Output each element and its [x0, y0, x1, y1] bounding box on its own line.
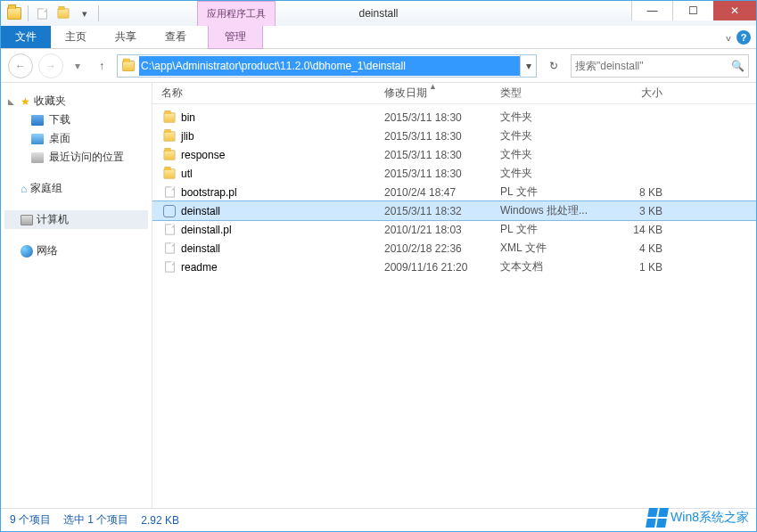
quick-access-toolbar: ▾ [1, 2, 104, 25]
file-row[interactable]: jlib2015/3/11 18:30文件夹 [152, 127, 756, 145]
homegroup-icon: ⌂ [21, 183, 27, 195]
qat-folder-open-icon[interactable] [53, 4, 73, 23]
file-type: 文件夹 [500, 166, 607, 181]
status-selection: 选中 1 个项目 [63, 512, 128, 528]
file-date: 2015/3/11 18:30 [384, 111, 500, 124]
file-icon [165, 262, 174, 273]
column-headers[interactable]: ▲ 名称 修改日期 类型 大小 [152, 83, 756, 104]
file-type: PL 文件 [500, 222, 607, 237]
history-dropdown-icon[interactable]: ▾ [69, 53, 86, 78]
search-input[interactable] [575, 60, 731, 72]
file-name: jlib [177, 130, 384, 143]
title-bar: ▾ 应用程序工具 deinstall — ☐ ✕ [1, 1, 756, 26]
search-icon[interactable]: 🔍 [731, 60, 745, 72]
file-row[interactable]: utl2015/3/11 18:30文件夹 [152, 164, 756, 183]
status-count: 9 个项目 [10, 512, 51, 528]
col-date[interactable]: 修改日期 [384, 86, 500, 101]
batch-file-icon [163, 205, 176, 217]
tree-label: 家庭组 [30, 181, 62, 196]
folder-icon [164, 131, 176, 141]
tree-computer[interactable]: 计算机 [4, 210, 148, 229]
back-button[interactable]: ← [8, 53, 33, 78]
tab-manage[interactable]: 管理 [208, 26, 263, 49]
file-type: Windows 批处理... [500, 203, 607, 218]
folder-icon[interactable] [4, 4, 24, 23]
windows-logo-icon [646, 508, 669, 528]
ribbon: 文件 主页 共享 查看 管理 ⅴ ? [1, 26, 756, 49]
file-type: 文件夹 [500, 128, 607, 143]
file-name: readme [177, 261, 384, 274]
file-row[interactable]: bin2015/3/11 18:30文件夹 [152, 108, 756, 127]
tree-network[interactable]: 网络 [4, 241, 148, 260]
file-row[interactable]: readme2009/11/16 21:20文本文档1 KB [152, 258, 756, 276]
tree-item-recent[interactable]: 最近访问的位置 [4, 148, 148, 167]
address-input[interactable] [139, 56, 520, 76]
tab-file[interactable]: 文件 [1, 26, 51, 48]
expand-ribbon-icon[interactable]: ⅴ [726, 33, 731, 43]
file-date: 2015/3/11 18:30 [384, 168, 500, 180]
col-type[interactable]: 类型 [500, 86, 607, 101]
minimize-button[interactable]: — [631, 1, 672, 20]
tree-homegroup[interactable]: ⌂ 家庭组 [4, 179, 148, 198]
tab-view[interactable]: 查看 [151, 26, 201, 48]
computer-icon [21, 215, 33, 225]
tree-label: 计算机 [37, 212, 69, 227]
file-row[interactable]: bootstrap.pl2010/2/4 18:47PL 文件8 KB [152, 183, 756, 201]
desktop-icon [31, 134, 44, 144]
address-bar[interactable]: ▾ [117, 54, 537, 78]
qat-customize-icon[interactable]: ▾ [75, 4, 95, 23]
close-button[interactable]: ✕ [713, 1, 756, 20]
refresh-button[interactable]: ↻ [542, 54, 565, 78]
file-type: 文件夹 [500, 110, 607, 125]
tree-label: 收藏夹 [34, 94, 66, 109]
file-type: 文本文档 [500, 259, 607, 274]
address-dropdown-icon[interactable]: ▾ [520, 55, 536, 77]
tree-item-desktop[interactable]: 桌面 [4, 129, 148, 148]
sort-indicator-icon: ▲ [429, 82, 437, 91]
maximize-button[interactable]: ☐ [672, 1, 713, 20]
file-date: 2010/2/4 18:47 [384, 186, 500, 199]
folder-icon [164, 168, 176, 178]
file-size: 4 KB [607, 242, 679, 255]
contextual-tab-label: 应用程序工具 [197, 1, 276, 26]
tree-favorites[interactable]: ◣ ★ 收藏夹 [4, 92, 148, 110]
collapse-icon[interactable]: ◣ [8, 97, 17, 106]
search-box[interactable]: 🔍 [571, 54, 749, 78]
star-icon: ★ [21, 95, 30, 108]
forward-button[interactable]: → [38, 53, 63, 78]
file-type: 文件夹 [500, 147, 607, 162]
file-name: deinstall.pl [177, 224, 384, 236]
folder-icon [164, 150, 176, 160]
file-size: 14 KB [607, 224, 679, 236]
col-size[interactable]: 大小 [607, 86, 679, 101]
folder-icon [164, 112, 176, 122]
network-icon [21, 245, 33, 258]
file-row[interactable]: deinstall.pl2010/1/21 18:03PL 文件14 KB [152, 220, 756, 239]
file-name: bin [177, 111, 384, 124]
tab-share[interactable]: 共享 [101, 26, 151, 48]
status-size: 2.92 KB [141, 514, 179, 527]
file-date: 2010/1/21 18:03 [384, 224, 500, 236]
tree-item-downloads[interactable]: 下载 [4, 110, 148, 129]
file-size: 8 KB [607, 186, 679, 199]
up-button[interactable]: ↑ [92, 56, 111, 76]
qat-doc-icon[interactable] [32, 4, 52, 23]
file-row[interactable]: deinstall2010/2/18 22:36XML 文件4 KB [152, 239, 756, 258]
file-name: deinstall [177, 205, 384, 217]
help-icon[interactable]: ? [736, 30, 751, 45]
file-row[interactable]: deinstall2015/3/11 18:32Windows 批处理...3 … [152, 201, 756, 220]
file-size: 1 KB [607, 261, 679, 274]
col-name[interactable]: 名称 [161, 86, 384, 101]
file-icon [165, 243, 174, 254]
file-date: 2009/11/16 21:20 [384, 261, 500, 274]
file-name: response [177, 149, 384, 161]
nav-pane: ◣ ★ 收藏夹 下载 桌面 最近访问的位置 ⌂ 家庭组 计算机 [1, 83, 152, 508]
file-date: 2015/3/11 18:30 [384, 149, 500, 161]
file-row[interactable]: response2015/3/11 18:30文件夹 [152, 145, 756, 164]
tab-home[interactable]: 主页 [51, 26, 101, 48]
file-date: 2015/3/11 18:32 [384, 205, 500, 217]
file-type: PL 文件 [500, 184, 607, 200]
file-name: deinstall [177, 242, 384, 255]
file-size: 3 KB [607, 205, 679, 217]
main-area: ◣ ★ 收藏夹 下载 桌面 最近访问的位置 ⌂ 家庭组 计算机 [1, 83, 756, 508]
